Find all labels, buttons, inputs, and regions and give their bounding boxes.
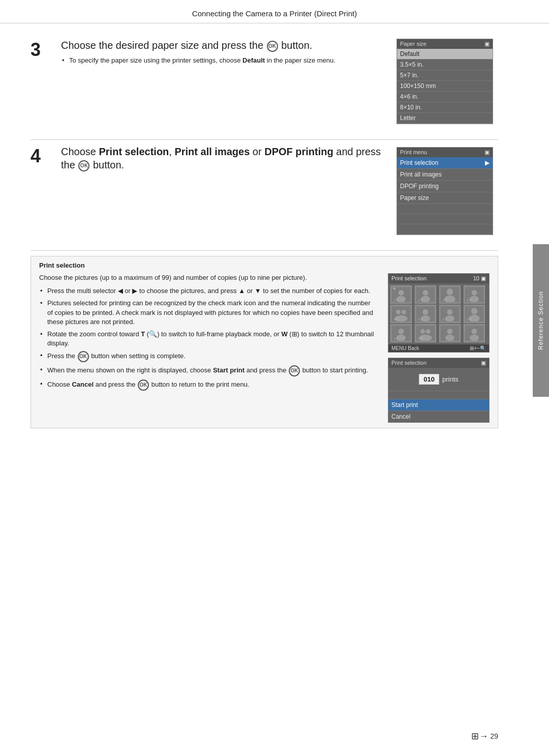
thumb-footer-left: MENU Back bbox=[391, 345, 419, 351]
pm-label-dpof: DPOF printing bbox=[400, 183, 439, 190]
step-3-number: 3 bbox=[30, 41, 51, 124]
paper-size-screen: Paper size ▣ Default 3.5×5 in. 5×7 in. 1… bbox=[396, 39, 493, 124]
pm-row-dpof[interactable]: DPOF printing bbox=[397, 181, 493, 192]
ps-section-left: Choose the pictures (up to a maximum of … bbox=[39, 273, 378, 423]
svg-text:✓1: ✓1 bbox=[442, 317, 447, 322]
step-3-bullet-1: To specify the paper size using the prin… bbox=[61, 56, 386, 65]
svg-point-1 bbox=[399, 290, 404, 296]
svg-point-5 bbox=[423, 290, 429, 296]
thumb-cell-10: ✓1 bbox=[415, 324, 436, 342]
pm-arrow-print-selection: ▶ bbox=[485, 159, 490, 166]
svg-point-34 bbox=[399, 329, 404, 334]
pm-row-empty3 bbox=[397, 224, 493, 235]
pc-title: Print selection bbox=[391, 360, 426, 366]
svg-point-22 bbox=[423, 309, 429, 315]
step-4-screen-area: Print menu ▣ Print selection ▶ Print all… bbox=[396, 145, 498, 235]
ps-row-100x150[interactable]: 100×150 mm bbox=[397, 81, 493, 92]
svg-point-39 bbox=[426, 329, 431, 334]
content-area: 3 Choose the desired paper size and pres… bbox=[0, 28, 549, 457]
ok-button-icon-4: OK bbox=[78, 160, 89, 171]
ps-title: Paper size bbox=[400, 41, 426, 47]
page-number: 29 bbox=[490, 732, 498, 740]
pc-row-start-print[interactable]: Start print bbox=[388, 399, 489, 411]
pm-row-print-all[interactable]: Print all images bbox=[397, 169, 493, 181]
thumb-cell-12 bbox=[464, 324, 485, 342]
svg-text:✓1: ✓1 bbox=[418, 298, 423, 302]
svg-point-46 bbox=[472, 329, 477, 334]
pm-row-paper-size[interactable]: Paper size bbox=[397, 192, 493, 204]
thumb-cell-11 bbox=[439, 324, 461, 342]
pc-row-cancel[interactable]: Cancel bbox=[388, 411, 489, 422]
ps-bullet-3: Rotate the zoom control toward T (🔍) to … bbox=[39, 330, 378, 348]
ps-bullet-1: Press the multi selector ◀ or ▶ to choos… bbox=[39, 286, 378, 296]
svg-point-30 bbox=[471, 308, 478, 314]
pc-icon: ▣ bbox=[481, 360, 486, 366]
ps-bullet-4: Press the OK button when setting is comp… bbox=[39, 351, 378, 362]
thumb-cell-9: ✓1 bbox=[390, 324, 412, 342]
ps-row-letter[interactable]: Letter bbox=[397, 113, 493, 124]
ps-bullet-2: Pictures selected for printing can be re… bbox=[39, 299, 378, 327]
thumb-footer: MENU Back ⊞+−🔍 bbox=[388, 344, 489, 352]
print-selection-section: Print selection Choose the pictures (up … bbox=[30, 256, 498, 428]
pm-title: Print menu bbox=[400, 149, 427, 156]
pm-label-print-all: Print all images bbox=[400, 171, 442, 178]
ps-row-4x6[interactable]: 4×6 in. bbox=[397, 92, 493, 102]
ps-row-8x10[interactable]: 8×10 in. bbox=[397, 102, 493, 113]
ps-section-right: Print selection 10 ▣ bbox=[388, 273, 490, 423]
svg-point-9 bbox=[447, 288, 453, 295]
ps-icon: ▣ bbox=[484, 41, 490, 47]
ps-description: Choose the pictures (up to a maximum of … bbox=[39, 273, 378, 282]
thumb-title: Print selection bbox=[391, 275, 426, 282]
print-count-screen: Print selection ▣ 010 prints Start print… bbox=[388, 358, 490, 423]
svg-point-47 bbox=[470, 335, 479, 341]
ps-section-bullets: Press the multi selector ◀ or ▶ to choos… bbox=[39, 286, 378, 391]
svg-text:✓1: ✓1 bbox=[393, 298, 399, 302]
step-3-title-prefix: Choose the desired paper size and press … bbox=[61, 40, 263, 51]
step-4-title: Choose Print selection, Print all images… bbox=[61, 145, 386, 171]
page-header: Connecting the Camera to a Printer (Dire… bbox=[0, 0, 549, 23]
pm-label-paper-size: Paper size bbox=[400, 194, 429, 201]
header-title: Connecting the Camera to a Printer (Dire… bbox=[192, 9, 357, 18]
pm-row-print-selection[interactable]: Print selection ▶ bbox=[397, 157, 493, 169]
step-4-section: 4 Choose Print selection, Print all imag… bbox=[30, 145, 498, 235]
pc-count-row: 010 prints bbox=[388, 368, 489, 391]
step-3-section: 3 Choose the desired paper size and pres… bbox=[30, 39, 498, 124]
thumb-grid: ✓1 ✓1 bbox=[388, 283, 489, 344]
ps-row-35x5[interactable]: 3.5×5 in. bbox=[397, 60, 493, 70]
svg-text:✓1: ✓1 bbox=[467, 317, 472, 322]
svg-point-43 bbox=[447, 329, 453, 334]
sidebar-tab: Reference Section bbox=[533, 244, 549, 397]
page-container: Reference Section Connecting the Camera … bbox=[0, 0, 549, 756]
step-4-body: Choose Print selection, Print all images… bbox=[61, 145, 386, 235]
pm-row-empty1 bbox=[397, 204, 493, 214]
svg-text:✓1: ✓1 bbox=[418, 336, 423, 341]
ok-button-icon-3: OK bbox=[267, 41, 278, 52]
ps-row-default[interactable]: Default bbox=[397, 49, 493, 60]
pc-screen-header: Print selection ▣ bbox=[388, 358, 489, 368]
step-4-number: 4 bbox=[30, 147, 51, 235]
thumb-count: 10 ▣ bbox=[473, 275, 486, 282]
thumb-cell-2: ✓1 bbox=[415, 285, 436, 304]
svg-text:✓1: ✓1 bbox=[393, 336, 399, 341]
pm-label-print-selection: Print selection bbox=[400, 159, 438, 166]
step-3-bullets: To specify the paper size using the prin… bbox=[61, 56, 386, 65]
svg-point-38 bbox=[420, 329, 425, 334]
footer-icon: ⊞→ bbox=[471, 731, 488, 742]
thumb-cell-4: ✓1 bbox=[464, 285, 485, 304]
pm-icon: ▣ bbox=[484, 149, 490, 156]
pc-count-suffix: prints bbox=[442, 375, 459, 383]
ps-bullet-5: When the menu shown on the right is disp… bbox=[39, 365, 378, 376]
ps-row-5x7[interactable]: 5×7 in. bbox=[397, 70, 493, 81]
thumb-cell-1: ✓1 bbox=[390, 285, 412, 304]
pc-count-value: 010 bbox=[419, 374, 439, 385]
svg-point-44 bbox=[445, 335, 454, 341]
svg-point-26 bbox=[447, 309, 453, 315]
pm-row-empty2 bbox=[397, 214, 493, 224]
thumb-cell-6: ✓1 bbox=[415, 305, 436, 323]
page-footer: ⊞→ 29 bbox=[471, 731, 498, 742]
ps-screen-header: Paper size ▣ bbox=[397, 39, 493, 49]
ps-section-title: Print selection bbox=[39, 261, 490, 269]
ps-bullet-6: Choose Cancel and press the OK button to… bbox=[39, 380, 378, 391]
step-3-title-suffix: button. bbox=[281, 40, 312, 51]
ok-button-icon-5: OK bbox=[78, 351, 89, 362]
